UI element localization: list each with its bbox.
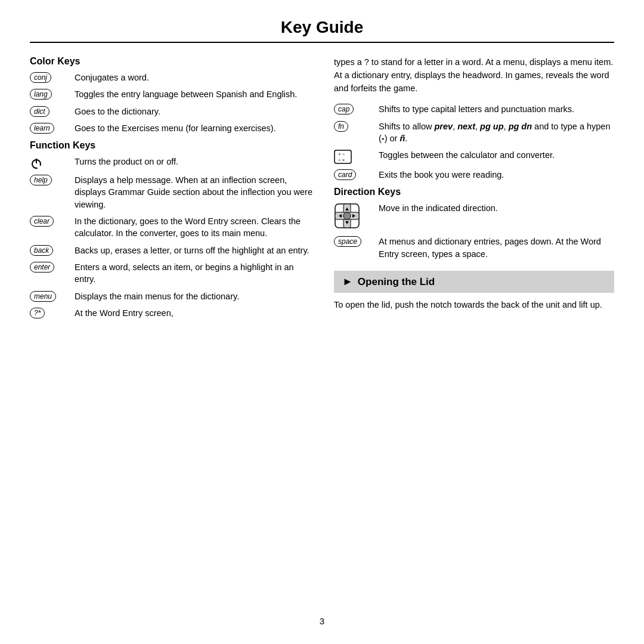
key-desc-calc: Toggles between the calculator and conve… bbox=[379, 149, 614, 161]
fn-pgdn: pg dn bbox=[509, 122, 532, 131]
key-desc-learn: Goes to the Exercises menu (for learning… bbox=[75, 122, 316, 134]
right-intro-text: types a ? to stand for a letter in a wor… bbox=[334, 56, 614, 95]
key-badge-help: help bbox=[30, 175, 52, 185]
function-keys-title: Function Keys bbox=[30, 140, 316, 151]
key-label-qstar: ?* bbox=[30, 307, 75, 318]
key-row-dpad: Move in the indicated direction. bbox=[334, 202, 614, 231]
opening-lid-title: Opening the Lid bbox=[358, 276, 435, 288]
dpad-icon bbox=[334, 203, 360, 231]
key-badge-lang: lang bbox=[30, 89, 52, 100]
key-badge-learn: learn bbox=[30, 123, 54, 134]
key-label-dpad bbox=[334, 202, 379, 231]
key-label-power bbox=[30, 156, 75, 169]
key-desc-back: Backs up, erases a letter, or turns off … bbox=[75, 244, 316, 256]
opening-lid-desc: To open the lid, push the notch towards … bbox=[334, 299, 614, 312]
key-label-dict: dict bbox=[30, 106, 75, 117]
key-badge-menu: menu bbox=[30, 291, 56, 302]
key-label-lang: lang bbox=[30, 88, 75, 100]
key-row-enter: enter Enters a word, selects an item, or… bbox=[30, 261, 316, 286]
key-label-fn: fn bbox=[334, 120, 379, 132]
key-desc-power: Turns the product on or off. bbox=[75, 156, 316, 168]
key-badge-fn: fn bbox=[334, 121, 348, 132]
key-row-learn: learn Goes to the Exercises menu (for le… bbox=[30, 122, 316, 134]
key-badge-conj: conj bbox=[30, 72, 51, 83]
key-desc-cap: Shifts to type capital letters and punct… bbox=[379, 103, 614, 115]
key-badge-back: back bbox=[30, 245, 53, 256]
key-row-qstar: ?* At the Word Entry screen, bbox=[30, 307, 316, 319]
key-label-card: card bbox=[334, 169, 379, 180]
key-desc-lang: Toggles the entry language between Spani… bbox=[75, 88, 316, 100]
fn-prev: prev bbox=[435, 122, 453, 131]
direction-keys-title: Direction Keys bbox=[334, 187, 614, 197]
key-row-conj: conj Conjugates a word. bbox=[30, 72, 316, 83]
key-label-space: space bbox=[334, 236, 379, 247]
key-row-space: space At menus and dictionary entries, p… bbox=[334, 236, 614, 260]
key-desc-help: Displays a help message. When at an infl… bbox=[75, 174, 316, 210]
key-row-menu: menu Displays the main menus for the dic… bbox=[30, 290, 316, 302]
key-label-back: back bbox=[30, 244, 75, 256]
page: Key Guide Color Keys conj Conjugates a w… bbox=[0, 0, 644, 644]
key-desc-menu: Displays the main menus for the dictiona… bbox=[75, 290, 316, 302]
key-row-cap: cap Shifts to type capital letters and p… bbox=[334, 103, 614, 115]
key-badge-card: card bbox=[334, 169, 356, 180]
key-badge-qstar: ?* bbox=[30, 308, 45, 318]
key-badge-space: space bbox=[334, 236, 361, 247]
key-label-conj: conj bbox=[30, 72, 75, 83]
key-row-dict: dict Goes to the dictionary. bbox=[30, 106, 316, 117]
key-badge-cap: cap bbox=[334, 104, 354, 114]
key-label-menu: menu bbox=[30, 290, 75, 302]
key-row-help: help Displays a help message. When at an… bbox=[30, 174, 316, 210]
key-desc-dict: Goes to the dictionary. bbox=[75, 106, 316, 117]
title-divider bbox=[30, 42, 614, 43]
fn-pgup: pg up bbox=[480, 122, 503, 131]
key-label-clear: clear bbox=[30, 215, 75, 227]
color-keys-title: Color Keys bbox=[30, 56, 316, 67]
svg-text:÷ ×: ÷ × bbox=[338, 157, 345, 163]
key-label-enter: enter bbox=[30, 261, 75, 273]
key-row-back: back Backs up, erases a letter, or turns… bbox=[30, 244, 316, 256]
opening-lid-bar: ► Opening the Lid bbox=[334, 271, 614, 293]
key-row-clear: clear In the dictionary, goes to the Wor… bbox=[30, 215, 316, 240]
key-desc-clear: In the dictionary, goes to the Word Entr… bbox=[75, 215, 316, 240]
main-content: Color Keys conj Conjugates a word. lang … bbox=[30, 56, 614, 610]
key-badge-clear: clear bbox=[30, 216, 54, 227]
fn-next: next bbox=[457, 122, 475, 131]
page-number: 3 bbox=[30, 616, 614, 626]
right-column: types a ? to stand for a letter in a wor… bbox=[334, 56, 614, 610]
fn-hyphen: - bbox=[382, 134, 385, 143]
svg-text:+ −: + − bbox=[338, 151, 345, 157]
calc-icon: + − ÷ × bbox=[334, 150, 352, 164]
opening-lid-arrow: ► bbox=[342, 275, 353, 288]
power-icon bbox=[30, 157, 43, 170]
key-label-learn: learn bbox=[30, 122, 75, 134]
key-desc-space: At menus and dictionary entries, pages d… bbox=[379, 236, 614, 260]
key-label-cap: cap bbox=[334, 103, 379, 114]
key-badge-enter: enter bbox=[30, 262, 54, 273]
fn-tilde: ñ bbox=[400, 134, 405, 143]
key-row-calc: + − ÷ × Toggles between the calculator a… bbox=[334, 149, 614, 164]
key-desc-card: Exits the book you were reading. bbox=[379, 169, 614, 181]
page-title: Key Guide bbox=[30, 18, 614, 37]
key-label-calc: + − ÷ × bbox=[334, 149, 379, 164]
key-desc-conj: Conjugates a word. bbox=[75, 72, 316, 83]
svg-point-8 bbox=[343, 212, 351, 219]
key-desc-enter: Enters a word, selects an item, or begin… bbox=[75, 261, 316, 286]
key-desc-fn: Shifts to allow prev, next, pg up, pg dn… bbox=[379, 120, 614, 145]
key-desc-qstar: At the Word Entry screen, bbox=[75, 307, 316, 319]
key-row-fn: fn Shifts to allow prev, next, pg up, pg… bbox=[334, 120, 614, 145]
key-label-help: help bbox=[30, 174, 75, 185]
key-badge-dict: dict bbox=[30, 106, 49, 117]
key-row-lang: lang Toggles the entry language between … bbox=[30, 88, 316, 100]
key-desc-dpad: Move in the indicated direction. bbox=[379, 202, 614, 214]
key-row-card: card Exits the book you were reading. bbox=[334, 169, 614, 181]
key-row-power: Turns the product on or off. bbox=[30, 156, 316, 169]
left-column: Color Keys conj Conjugates a word. lang … bbox=[30, 56, 316, 610]
